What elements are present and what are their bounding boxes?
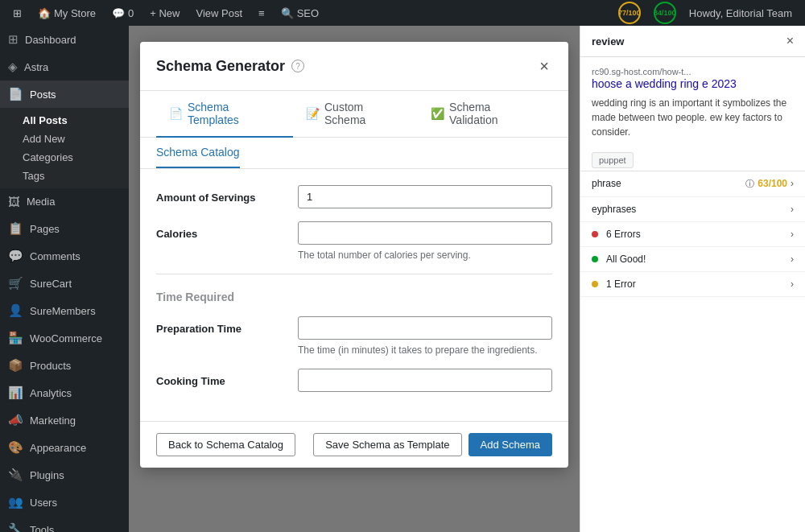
sidebar-item-dashboard[interactable]: ⊞ Dashboard: [0, 26, 129, 53]
good-left: All Good!: [592, 254, 646, 265]
wp-logo[interactable]: ⊞: [6, 0, 28, 26]
sidebar-item-tools[interactable]: 🔧 Tools: [0, 516, 129, 532]
back-to-catalog-button[interactable]: Back to Schema Catalog: [156, 433, 295, 456]
seo-link[interactable]: 🔍 SEO: [275, 0, 325, 26]
menu-toggle[interactable]: ≡: [252, 0, 271, 26]
comments-link[interactable]: 💬 0: [105, 0, 140, 26]
posts-submenu: All Posts Add New Categories Tags: [0, 108, 129, 188]
appearance-icon: 🎨: [8, 440, 23, 455]
seo-phrase-label: phrase: [592, 178, 621, 189]
label-preparation-time: Preparation Time: [156, 316, 285, 335]
sidebar-sub-tags[interactable]: Tags: [0, 167, 129, 185]
seo-phrase-right: ⓘ 63/100 ›: [745, 178, 794, 190]
subtab-schema-catalog[interactable]: Schema Catalog: [156, 138, 240, 168]
seo-item-keyphrases[interactable]: eyphrases ›: [580, 197, 805, 222]
sidebar-item-comments[interactable]: 💬 Comments: [0, 242, 129, 270]
right-panel-title: review: [592, 35, 624, 47]
score-orange-circle: 77/100: [618, 2, 641, 24]
modal-subtabs: Schema Catalog: [140, 138, 568, 169]
new-post-button[interactable]: + New: [143, 0, 186, 26]
wp-icon: ⊞: [13, 7, 22, 19]
snippet-badge: puppet: [592, 152, 634, 168]
input-cooking-time[interactable]: [298, 369, 552, 392]
errors-chevron-icon[interactable]: ›: [791, 229, 794, 240]
score-orange[interactable]: 77/100: [612, 2, 647, 24]
seo-item-good[interactable]: All Good! ›: [580, 247, 805, 272]
pages-icon: 📋: [8, 221, 23, 236]
tab-schema-validation[interactable]: ✅ Schema Validation: [418, 91, 552, 138]
form-row-amount-of-servings: Amount of Servings: [156, 185, 552, 208]
right-panel-close-button[interactable]: ×: [786, 34, 794, 48]
score-green-circle: 84/100: [654, 2, 676, 24]
sidebar-sub-categories[interactable]: Categories: [0, 148, 129, 167]
good-label: All Good!: [606, 254, 646, 265]
sidebar-item-analytics[interactable]: 📊 Analytics: [0, 379, 129, 406]
score-green[interactable]: 84/100: [647, 2, 683, 24]
suremembers-icon: 👤: [8, 303, 23, 318]
sidebar-item-suremembers[interactable]: 👤 SureMembers: [0, 297, 129, 324]
phrase-help-icon: ⓘ: [745, 178, 754, 190]
tab-schema-templates[interactable]: 📄 Schema Templates: [156, 91, 293, 138]
modal-close-button[interactable]: ×: [536, 55, 552, 77]
woocommerce-icon: 🏪: [8, 331, 23, 345]
sidebar-item-astra[interactable]: ◈ Astra: [0, 53, 129, 80]
sidebar-sub-add-new[interactable]: Add New: [0, 130, 129, 148]
sidebar-item-posts[interactable]: 📄 Posts: [0, 80, 129, 108]
form-row-preparation-time: Preparation Time The time (in minutes) i…: [156, 316, 552, 356]
warning-chevron-icon[interactable]: ›: [791, 278, 794, 290]
custom-schema-tab-icon: 📝: [306, 107, 320, 120]
form-row-cooking-time: Cooking Time: [156, 369, 552, 392]
tools-icon: 🔧: [8, 522, 23, 532]
schema-validation-tab-icon: ✅: [431, 107, 444, 120]
astra-icon: ◈: [8, 60, 18, 74]
seo-item-phrase[interactable]: phrase ⓘ 63/100 ›: [580, 171, 805, 197]
label-calories: Calories: [156, 221, 285, 240]
field-preparation-time: The time (in minutes) it takes to prepar…: [298, 316, 552, 356]
tab-custom-schema[interactable]: 📝 Custom Schema: [293, 91, 418, 138]
good-chevron-icon[interactable]: ›: [791, 254, 794, 265]
hint-preparation-time: The time (in minutes) it takes to prepar…: [298, 344, 552, 356]
preview-link[interactable]: hoose a wedding ring e 2023: [592, 77, 737, 90]
modal-title: Schema Generator: [156, 58, 285, 75]
users-icon: 👥: [8, 495, 23, 509]
modal-footer: Back to Schema Catalog Save Schema as Te…: [140, 421, 568, 468]
sidebar-item-appearance[interactable]: 🎨 Appearance: [0, 434, 129, 461]
field-cooking-time: [298, 369, 552, 392]
preview-url: rc90.sg-host.com/how-t...: [592, 67, 794, 76]
sidebar-item-woocommerce[interactable]: 🏪 WooCommerce: [0, 324, 129, 352]
store-name[interactable]: 🏠 My Store: [31, 0, 102, 26]
input-preparation-time[interactable]: [298, 316, 552, 340]
input-calories[interactable]: [298, 221, 552, 245]
sidebar-item-surecart[interactable]: 🛒 SureCart: [0, 270, 129, 297]
modal-overlay: Schema Generator ? × 📄 Schema Templates …: [129, 26, 580, 532]
sidebar-item-marketing[interactable]: 📣 Marketing: [0, 406, 129, 434]
sidebar-item-users[interactable]: 👥 Users: [0, 489, 129, 516]
sidebar-item-plugins[interactable]: 🔌 Plugins: [0, 461, 129, 489]
phrase-score: 63/100: [758, 178, 787, 189]
howdy-user[interactable]: Howdy, Editorial Team: [683, 7, 799, 19]
keyphrases-chevron-icon[interactable]: ›: [791, 204, 794, 215]
comments-icon: 💬: [112, 7, 125, 19]
sidebar-sub-all-posts[interactable]: All Posts: [0, 111, 129, 130]
media-icon: 🖼: [8, 195, 20, 208]
save-schema-template-button[interactable]: Save Schema as Template: [313, 433, 461, 456]
sidebar-item-media[interactable]: 🖼 Media: [0, 188, 129, 215]
sidebar-item-products[interactable]: 📦 Products: [0, 352, 129, 379]
sidebar-item-pages[interactable]: 📋 Pages: [0, 215, 129, 242]
view-post-link[interactable]: View Post: [189, 0, 249, 26]
help-icon[interactable]: ?: [291, 60, 304, 72]
surecart-icon: 🛒: [8, 276, 23, 291]
seo-item-errors[interactable]: 6 Errors ›: [580, 222, 805, 247]
warning-dot: [592, 281, 598, 287]
snippet-badge-area: puppet: [580, 149, 805, 171]
sidebar: ⊞ Dashboard ◈ Astra 📄 Posts All Posts Ad…: [0, 26, 129, 532]
phrase-chevron-icon[interactable]: ›: [791, 178, 794, 189]
errors-label: 6 Errors: [606, 229, 641, 240]
dashboard-icon: ⊞: [8, 32, 19, 47]
schema-templates-tab-icon: 📄: [169, 107, 183, 120]
seo-item-warning[interactable]: 1 Error ›: [580, 272, 805, 297]
right-panel: review × rc90.sg-host.com/how-t... hoose…: [580, 26, 805, 532]
keyphrases-label: eyphrases: [592, 204, 636, 215]
add-schema-button[interactable]: Add Schema: [469, 433, 552, 456]
input-amount-of-servings[interactable]: [298, 185, 552, 208]
